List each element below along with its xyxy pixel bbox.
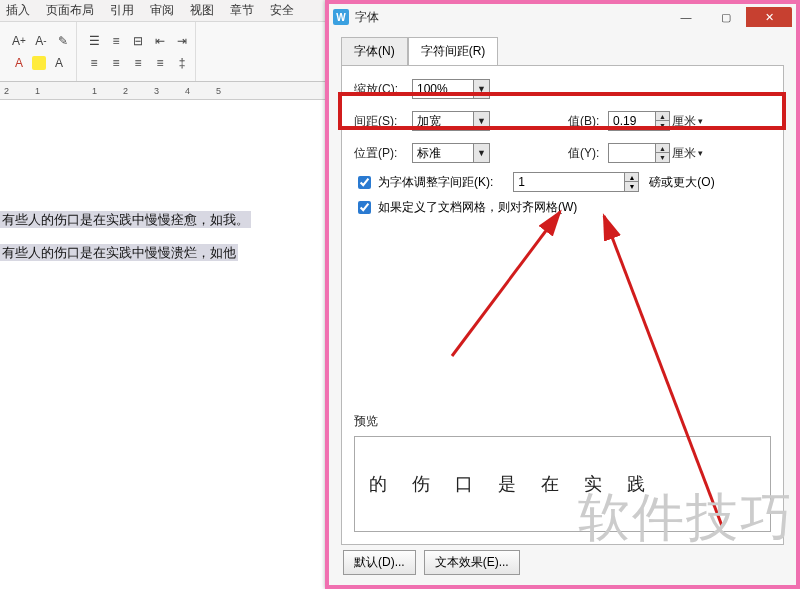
- close-button[interactable]: ✕: [746, 7, 792, 27]
- selected-text-line1[interactable]: 有些人的伤口是在实践中慢慢痊愈，如我。: [0, 211, 251, 228]
- menu-review[interactable]: 审阅: [150, 2, 174, 19]
- position-combo[interactable]: ▼: [412, 143, 490, 163]
- dialog-title: 字体: [355, 9, 379, 26]
- kerning-spinner[interactable]: ▲▼: [513, 172, 639, 192]
- spin-up-icon[interactable]: ▲: [655, 112, 669, 121]
- kerning-input[interactable]: [514, 176, 624, 189]
- kerning-suffix: 磅或更大(O): [649, 174, 714, 191]
- text-effects-button[interactable]: 文本效果(E)...: [424, 550, 520, 575]
- clear-format-icon[interactable]: ✎: [54, 32, 72, 50]
- align-justify-icon[interactable]: ≡: [151, 54, 169, 72]
- snap-grid-label: 如果定义了文档网格，则对齐网格(W): [378, 199, 577, 216]
- menu-view[interactable]: 视图: [190, 2, 214, 19]
- dialog-body: 缩放(C): ▼ 间距(S): ▼ 值(B): ▲▼ 厘米▾: [341, 65, 784, 545]
- multilevel-icon[interactable]: ⊟: [129, 32, 147, 50]
- dialog-buttons: 默认(D)... 文本效果(E)...: [343, 550, 520, 575]
- spacing-value-input[interactable]: [609, 112, 655, 130]
- bullets-icon[interactable]: ☰: [85, 32, 103, 50]
- font-color-icon[interactable]: A: [10, 54, 28, 72]
- menu-reference[interactable]: 引用: [110, 2, 134, 19]
- spin-up-icon[interactable]: ▲: [655, 144, 669, 153]
- spin-down-icon[interactable]: ▼: [624, 182, 638, 191]
- position-unit[interactable]: 厘米▾: [672, 145, 710, 162]
- spacing-input[interactable]: [413, 112, 473, 130]
- kerning-checkbox[interactable]: [358, 176, 371, 189]
- highlight-icon[interactable]: [32, 56, 46, 70]
- align-right-icon[interactable]: ≡: [129, 54, 147, 72]
- spacing-value-label: 值(B):: [568, 113, 608, 130]
- chevron-down-icon[interactable]: ▾: [698, 148, 710, 158]
- dialog-titlebar: W 字体 — ▢ ✕: [329, 4, 796, 30]
- app-icon: W: [333, 9, 349, 25]
- position-value-label: 值(Y):: [568, 145, 608, 162]
- chevron-down-icon[interactable]: ▼: [473, 112, 489, 130]
- snap-grid-checkbox[interactable]: [358, 201, 371, 214]
- numbering-icon[interactable]: ≡: [107, 32, 125, 50]
- preview-box: 的 伤 口 是 在 实 践: [354, 436, 771, 532]
- scale-combo[interactable]: ▼: [412, 79, 490, 99]
- decrease-font-icon[interactable]: A-: [32, 32, 50, 50]
- font-case-icon[interactable]: A: [50, 54, 68, 72]
- maximize-button[interactable]: ▢: [706, 7, 746, 27]
- line-spacing-icon[interactable]: ‡: [173, 54, 191, 72]
- increase-font-icon[interactable]: A+: [10, 32, 28, 50]
- chevron-down-icon[interactable]: ▼: [473, 80, 489, 98]
- align-left-icon[interactable]: ≡: [85, 54, 103, 72]
- font-dialog: W 字体 — ▢ ✕ 字体(N) 字符间距(R) 缩放(C): ▼ 间距(S):…: [325, 0, 800, 589]
- selected-text-line2[interactable]: 有些人的伤口是在实践中慢慢溃烂，如他: [0, 244, 238, 261]
- menu-layout[interactable]: 页面布局: [46, 2, 94, 19]
- default-button[interactable]: 默认(D)...: [343, 550, 416, 575]
- position-input[interactable]: [413, 144, 473, 162]
- indent-inc-icon[interactable]: ⇥: [173, 32, 191, 50]
- scale-input[interactable]: [413, 80, 473, 98]
- spin-down-icon[interactable]: ▼: [655, 153, 669, 162]
- tab-font[interactable]: 字体(N): [341, 37, 408, 66]
- spin-down-icon[interactable]: ▼: [655, 121, 669, 130]
- kerning-label: 为字体调整字间距(K):: [378, 174, 493, 191]
- chevron-down-icon[interactable]: ▼: [473, 144, 489, 162]
- preview-label: 预览: [354, 413, 378, 430]
- spacing-unit[interactable]: 厘米▾: [672, 113, 710, 130]
- dialog-tabs: 字体(N) 字符间距(R): [341, 36, 796, 65]
- menu-security[interactable]: 安全: [270, 2, 294, 19]
- menu-chapter[interactable]: 章节: [230, 2, 254, 19]
- tab-char-spacing[interactable]: 字符间距(R): [408, 37, 499, 66]
- align-center-icon[interactable]: ≡: [107, 54, 125, 72]
- spacing-combo[interactable]: ▼: [412, 111, 490, 131]
- spin-up-icon[interactable]: ▲: [624, 173, 638, 182]
- menu-insert[interactable]: 插入: [6, 2, 30, 19]
- position-value-input[interactable]: [609, 144, 655, 162]
- position-value-spinner[interactable]: ▲▼: [608, 143, 670, 163]
- svg-line-0: [452, 212, 560, 356]
- spacing-label: 间距(S):: [354, 113, 412, 130]
- scale-label: 缩放(C):: [354, 81, 412, 98]
- chevron-down-icon[interactable]: ▾: [698, 116, 710, 126]
- minimize-button[interactable]: —: [666, 7, 706, 27]
- preview-text: 的 伤 口 是 在 实 践: [369, 472, 655, 496]
- indent-dec-icon[interactable]: ⇤: [151, 32, 169, 50]
- position-label: 位置(P):: [354, 145, 412, 162]
- spacing-value-spinner[interactable]: ▲▼: [608, 111, 670, 131]
